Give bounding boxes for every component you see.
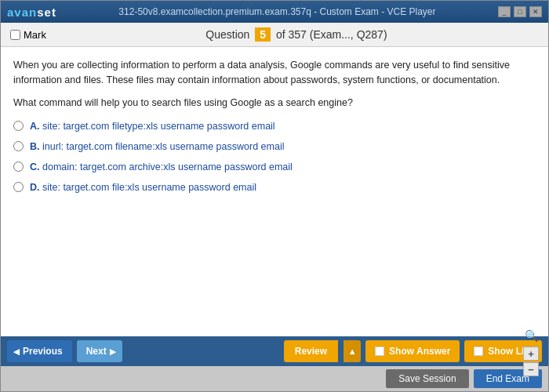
- answer-radio-c[interactable]: [13, 162, 24, 172]
- question-label: Question: [205, 28, 249, 41]
- previous-button[interactable]: ◀ Previous: [7, 340, 72, 362]
- answer-item-d: D. site: target.com file:xls username pa…: [13, 180, 536, 195]
- next-arrow-icon: ▶: [110, 347, 116, 356]
- answer-label-d[interactable]: D. site: target.com file:xls username pa…: [30, 180, 256, 195]
- close-button[interactable]: ✕: [529, 6, 542, 17]
- window-controls: _ □ ✕: [498, 6, 542, 17]
- answer-label-a[interactable]: A. site: target.com filetype:xls usernam…: [30, 119, 275, 134]
- bottom-action-bar: Save Session End Exam: [1, 366, 548, 391]
- mark-text: Mark: [24, 29, 46, 41]
- answer-text-b: inurl: target.com filename:xls username …: [42, 141, 284, 152]
- show-answer-label: Show Answer: [389, 346, 450, 357]
- prev-label: Previous: [23, 346, 63, 357]
- answer-text-a: site: target.com filetype:xls username p…: [42, 121, 275, 132]
- app-logo: avanset: [7, 5, 56, 19]
- answer-text-d: site: target.com file:xls username passw…: [42, 182, 256, 193]
- review-button[interactable]: Review: [284, 340, 338, 362]
- search-icon[interactable]: 🔍: [525, 329, 538, 342]
- question-header: Mark Question 5 of 357 (Exam..., Q287): [1, 23, 548, 47]
- answers-list: A. site: target.com filetype:xls usernam…: [13, 119, 536, 194]
- zoom-panel: 🔍 + −: [523, 329, 539, 376]
- next-button[interactable]: Next ▶: [77, 340, 122, 362]
- question-prompt: What command will help you to search fil…: [13, 96, 536, 111]
- question-info: Question 5 of 357 (Exam..., Q287): [54, 27, 539, 42]
- prev-arrow-icon: ◀: [13, 347, 20, 356]
- answer-item-a: A. site: target.com filetype:xls usernam…: [13, 119, 536, 134]
- question-number: 5: [255, 27, 271, 42]
- show-answer-icon: [375, 347, 384, 356]
- main-area: Mark Question 5 of 357 (Exam..., Q287) W…: [1, 23, 548, 391]
- answer-text-c: domain: target.com archive:xls username …: [42, 162, 293, 172]
- answer-radio-b[interactable]: [13, 141, 24, 151]
- question-body: When you are collecting information to p…: [1, 47, 548, 211]
- question-section: When you are collecting information to p…: [1, 47, 548, 336]
- show-answer-button[interactable]: Show Answer: [365, 340, 460, 362]
- answer-label-c[interactable]: C. domain: target.com archive:xls userna…: [30, 160, 293, 175]
- title-bar: avanset 312-50v8.examcollection.premium.…: [1, 1, 548, 23]
- app-window: avanset 312-50v8.examcollection.premium.…: [0, 0, 549, 392]
- content-area: When you are collecting information to p…: [1, 47, 548, 336]
- answer-label-b[interactable]: B. inurl: target.com filename:xls userna…: [30, 140, 284, 154]
- question-of-text: of 357 (Exam..., Q287): [276, 28, 387, 41]
- answer-item-c: C. domain: target.com archive:xls userna…: [13, 160, 536, 175]
- window-title: 312-50v8.examcollection.premium.exam.357…: [56, 6, 498, 17]
- next-label: Next: [86, 346, 107, 357]
- bottom-nav: ◀ Previous Next ▶ Review ▲ Show Answer S…: [1, 336, 548, 366]
- zoom-out-button[interactable]: −: [523, 362, 539, 376]
- logo-text-highlight: set: [37, 5, 56, 19]
- logo-text-dark: avan: [7, 5, 37, 19]
- answer-radio-a[interactable]: [13, 121, 24, 131]
- zoom-in-button[interactable]: +: [523, 347, 539, 361]
- maximize-button[interactable]: □: [514, 6, 526, 17]
- answer-radio-d[interactable]: [13, 182, 24, 192]
- save-session-button[interactable]: Save Session: [386, 369, 468, 388]
- mark-checkbox[interactable]: [10, 30, 20, 40]
- mark-label[interactable]: Mark: [10, 29, 46, 41]
- show-list-icon: [474, 347, 483, 356]
- review-dropdown-button[interactable]: ▲: [344, 340, 361, 362]
- question-text: When you are collecting information to p…: [13, 58, 536, 88]
- review-dropdown-icon: ▲: [348, 347, 357, 356]
- answer-item-b: B. inurl: target.com filename:xls userna…: [13, 140, 536, 154]
- minimize-button[interactable]: _: [498, 6, 511, 17]
